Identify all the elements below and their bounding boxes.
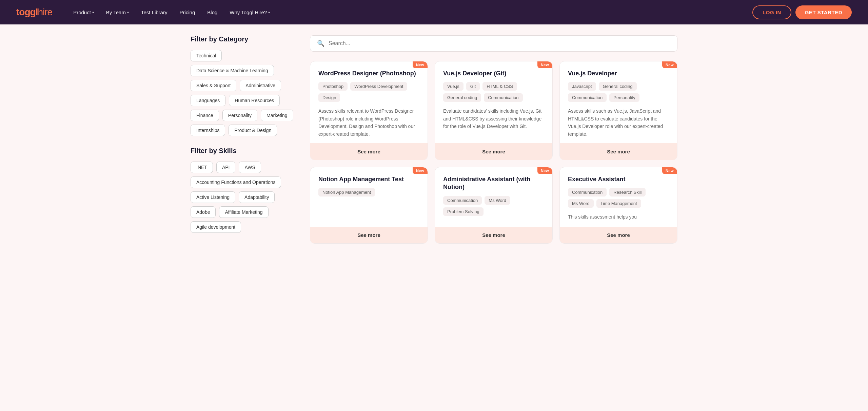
card-title: Administrative Assistant (with Notion) [443,175,544,191]
card-title: Vue.js Developer (Git) [443,70,544,77]
test-card: New Vue.js Developer JavascriptGeneral c… [559,61,677,160]
card-tags: JavascriptGeneral codingCommunicationPer… [568,82,669,102]
page-content: Filter by Category TechnicalData Science… [180,24,688,244]
logo[interactable]: toggl hire [16,7,52,18]
test-card: New Notion App Management Test Notion Ap… [310,167,428,244]
card-body: Vue.js Developer (Git) Vue.jsGitHTML & C… [435,61,552,143]
see-more-button[interactable]: See more [310,227,428,243]
nav-pricing[interactable]: Pricing [175,7,200,18]
category-filter-tag[interactable]: Personality [222,110,257,121]
card-tag: Time Management [596,199,641,208]
card-tag: General coding [599,82,637,91]
card-body: Notion App Management Test Notion App Ma… [310,167,428,227]
chevron-down-icon: ▾ [268,11,270,14]
category-filter-tag[interactable]: Internships [191,125,225,136]
logo-toggl: toggl [16,7,38,18]
see-more-button[interactable]: See more [560,227,677,243]
search-input[interactable] [329,40,670,46]
filter-skills-title: Filter by Skills [191,147,299,155]
card-tags: CommunicationMs WordProblem Solving [443,196,544,216]
new-badge: New [662,167,677,174]
card-body: WordPress Designer (Photoshop) Photoshop… [310,61,428,143]
category-filter-tag[interactable]: Sales & Support [191,80,236,91]
card-body: Vue.js Developer JavascriptGeneral codin… [560,61,677,143]
card-tag: Problem Solving [443,207,484,216]
card-tag: Communication [484,93,522,102]
card-tag: Design [318,93,340,102]
category-filter-tags: TechnicalData Science & Machine Learning… [191,50,299,136]
category-filter-tag[interactable]: Marketing [261,110,293,121]
skills-filter-tags: .NETAPIAWSAccounting Functions and Opera… [191,162,299,233]
card-tag: Research Skill [609,188,646,197]
card-title: Executive Assistant [568,175,669,183]
card-title: Notion App Management Test [318,175,419,183]
skill-filter-tag[interactable]: Active Listening [191,191,235,203]
new-badge: New [537,167,552,174]
see-more-button[interactable]: See more [560,143,677,160]
skill-filter-tag[interactable]: Adaptability [239,191,275,203]
search-icon: 🔍 [317,40,324,47]
card-description: Evaluate candidates' skills including Vu… [443,107,544,130]
skill-filter-tag[interactable]: Adobe [191,206,216,218]
nav-why-toggl[interactable]: Why Toggl Hire? ▾ [225,7,275,18]
test-card: New Executive Assistant CommunicationRes… [559,167,677,244]
category-filter-tag[interactable]: Technical [191,50,222,61]
nav-blog[interactable]: Blog [202,7,222,18]
card-tags: CommunicationResearch SkillMs WordTime M… [568,188,669,208]
new-badge: New [413,61,428,68]
category-filter-tag[interactable]: Finance [191,110,219,121]
card-tag: Communication [443,196,482,205]
logo-hire: hire [38,7,52,18]
card-tag: Photoshop [318,82,348,91]
see-more-button[interactable]: See more [310,143,428,160]
skill-filter-tag[interactable]: API [216,162,236,173]
see-more-button[interactable]: See more [435,227,552,243]
see-more-button[interactable]: See more [435,143,552,160]
card-description: Assess skills such as Vue.js, JavaScript… [568,107,669,138]
card-body: Administrative Assistant (with Notion) C… [435,167,552,227]
nav-links: Product ▾ By Team ▾ Test Library Pricing… [68,7,752,18]
card-tag: Notion App Management [318,188,375,197]
card-tag: Communication [568,93,607,102]
nav-test-library[interactable]: Test Library [136,7,172,18]
skill-filter-tag[interactable]: Accounting Functions and Operations [191,176,281,188]
card-grid: New WordPress Designer (Photoshop) Photo… [310,61,677,244]
card-tag: Ms Word [485,196,510,205]
category-filter-tag[interactable]: Languages [191,95,225,106]
card-tag: Javascript [568,82,596,91]
new-badge: New [662,61,677,68]
skill-filter-tag[interactable]: .NET [191,162,213,173]
nav-product[interactable]: Product ▾ [68,7,99,18]
card-tags: Notion App Management [318,188,419,197]
skill-filter-tag[interactable]: Affiliate Marketing [219,206,268,218]
test-card: New Administrative Assistant (with Notio… [435,167,553,244]
category-filter-tag[interactable]: Administrative [240,80,281,91]
category-filter-tag[interactable]: Data Science & Machine Learning [191,65,274,76]
card-description: This skills assessment helps you [568,213,669,221]
search-bar: 🔍 [310,35,677,52]
card-title: Vue.js Developer [568,70,669,77]
nav-by-team[interactable]: By Team ▾ [101,7,134,18]
category-filter-tag[interactable]: Product & Design [229,125,277,136]
card-description: Assess skills relevant to WordPress Desi… [318,107,419,138]
get-started-button[interactable]: GET STARTED [795,5,852,19]
login-button[interactable]: LOG IN [752,5,791,19]
sidebar: Filter by Category TechnicalData Science… [191,35,299,244]
card-tag: Personality [609,93,639,102]
filter-category-title: Filter by Category [191,35,299,43]
chevron-down-icon: ▾ [92,11,94,14]
main-content: 🔍 New WordPress Designer (Photoshop) Pho… [310,35,677,244]
card-tag: HTML & CSS [482,82,517,91]
card-tags: Vue.jsGitHTML & CSSGeneral codingCommuni… [443,82,544,102]
card-tag: Ms Word [568,199,594,208]
skill-filter-tag[interactable]: Agile development [191,221,241,233]
card-tag: Git [466,82,480,91]
card-tag: WordPress Development [350,82,407,91]
new-badge: New [537,61,552,68]
chevron-down-icon: ▾ [127,11,129,14]
card-body: Executive Assistant CommunicationResearc… [560,167,677,227]
card-tags: PhotoshopWordPress DevelopmentDesign [318,82,419,102]
skill-filter-tag[interactable]: AWS [239,162,261,173]
navbar: toggl hire Product ▾ By Team ▾ Test Libr… [0,0,868,24]
category-filter-tag[interactable]: Human Resources [229,95,280,106]
